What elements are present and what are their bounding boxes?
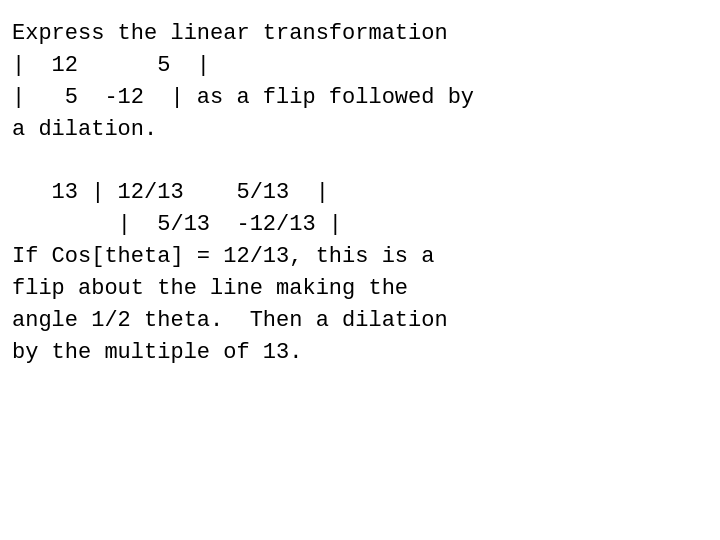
main-text: Express the linear transformation | 12 5…: [12, 18, 474, 369]
